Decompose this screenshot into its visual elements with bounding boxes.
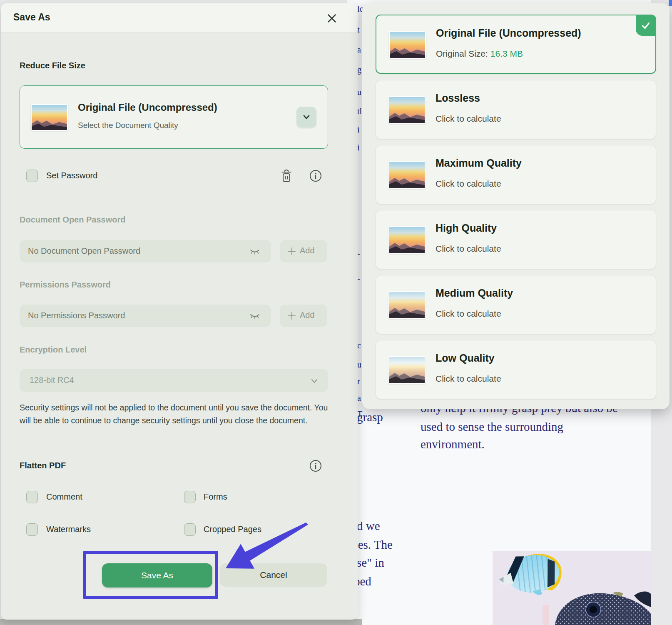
flatten-forms-label: Forms	[204, 492, 227, 502]
original-size-value: 16.3 MB	[490, 49, 523, 58]
flatten-forms-checkbox[interactable]	[184, 491, 196, 503]
add-button-label: Add	[300, 310, 315, 320]
flatten-watermarks-checkbox[interactable]	[26, 523, 38, 536]
quality-options-popup: Original File (Uncompressed) Original Si…	[362, 3, 670, 409]
encryption-level-select[interactable]: 128-bit RC4	[20, 369, 328, 392]
document-open-password-value: No Document Open Password	[28, 246, 140, 256]
quality-option-subtitle: Click to calculate	[436, 374, 501, 384]
pdf-fragment: d we	[357, 519, 380, 533]
quality-option-maximum[interactable]: Maximum Quality Click to calculate	[376, 145, 656, 204]
pdf-fragment: res. The	[354, 538, 393, 552]
flatten-pdf-heading: Flatten PDF	[20, 461, 66, 470]
trash-icon[interactable]	[279, 168, 294, 184]
flatten-comment-checkbox[interactable]	[26, 491, 38, 503]
add-open-password-button[interactable]: Add	[280, 240, 327, 262]
dialog-header	[1, 3, 358, 33]
permissions-password-label: Permissions Password	[20, 280, 111, 290]
quality-option-subtitle: Original Size: 16.3 MB	[436, 49, 523, 59]
security-note: Security settings will not be applied to…	[20, 401, 330, 427]
info-icon[interactable]	[309, 459, 322, 472]
annotation-arrow	[208, 517, 316, 575]
flatten-watermarks-label: Watermarks	[46, 525, 91, 534]
quality-option-medium[interactable]: Medium Quality Click to calculate	[376, 275, 656, 334]
quality-option-original[interactable]: Original File (Uncompressed) Original Si…	[376, 15, 656, 74]
quality-card-title: Original File (Uncompressed)	[78, 102, 217, 113]
quality-option-low[interactable]: Low Quality Click to calculate	[376, 340, 656, 399]
quality-thumbnail	[31, 104, 68, 131]
permissions-password-field[interactable]: No Permissions Password	[20, 305, 271, 327]
quality-option-subtitle: Click to calculate	[436, 179, 501, 189]
eye-closed-icon[interactable]	[249, 248, 261, 255]
flatten-cropped-pages-checkbox[interactable]	[184, 523, 196, 536]
quality-thumbnail	[389, 31, 426, 59]
quality-option-high[interactable]: High Quality Click to calculate	[376, 210, 656, 269]
window-edge	[0, 619, 362, 625]
encryption-level-label: Encryption Level	[20, 345, 87, 355]
quality-option-title: Maximum Quality	[436, 157, 522, 169]
quality-thumbnail	[388, 226, 426, 254]
flatten-comment-label: Comment	[46, 492, 82, 502]
quality-thumbnail	[388, 291, 426, 319]
quality-dropdown-button[interactable]	[296, 107, 316, 128]
chevron-down-icon	[310, 378, 319, 384]
fish-photo	[493, 551, 651, 625]
quality-thumbnail	[388, 161, 426, 189]
document-open-password-label: Document Open Password	[20, 215, 126, 225]
encryption-level-value: 128-bit RC4	[30, 375, 74, 385]
desktop-fragment	[669, 0, 672, 6]
screenshot-root: { "dialog": { "title": "Save As", "reduc…	[0, 0, 672, 625]
quality-option-title: High Quality	[436, 222, 497, 234]
chevron-down-icon	[301, 112, 312, 122]
close-icon[interactable]	[325, 11, 339, 25]
quality-option-title: Original File (Uncompressed)	[436, 27, 581, 39]
add-permissions-password-button[interactable]: Add	[280, 305, 327, 327]
plus-icon	[287, 311, 296, 320]
set-password-label: Set Password	[46, 171, 97, 180]
pdf-fragment: T	[357, 410, 363, 419]
selected-check-badge	[636, 15, 656, 36]
permissions-password-value: No Permissions Password	[28, 311, 125, 320]
plus-icon	[287, 247, 296, 256]
document-open-password-field[interactable]: No Document Open Password	[20, 240, 271, 262]
pdf-body-line: environment.	[421, 438, 485, 451]
divider	[20, 191, 328, 191]
quality-option-title: Lossless	[436, 92, 480, 104]
reduce-file-size-heading: Reduce File Size	[20, 61, 85, 70]
quality-card-subtitle: Select the Document Quality	[78, 121, 178, 130]
info-icon[interactable]	[309, 169, 322, 182]
quality-thumbnail	[388, 356, 426, 384]
set-password-checkbox[interactable]	[26, 170, 38, 182]
quality-option-subtitle: Click to calculate	[436, 244, 501, 254]
eye-closed-icon[interactable]	[249, 312, 261, 320]
quality-option-subtitle: Click to calculate	[436, 309, 501, 319]
pdf-body-line: used to sense the surrounding	[421, 420, 563, 434]
original-size-label: Original Size:	[436, 49, 490, 58]
add-button-label: Add	[300, 246, 315, 255]
dialog-title: Save As	[13, 12, 50, 23]
quality-thumbnail	[388, 96, 426, 124]
check-icon	[640, 20, 651, 31]
quality-option-title: Medium Quality	[436, 287, 513, 299]
quality-summary-card[interactable]: Original File (Uncompressed) Select the …	[20, 85, 328, 149]
quality-option-subtitle: Click to calculate	[436, 114, 501, 124]
pdf-fragment: se" in	[357, 556, 384, 570]
quality-option-lossless[interactable]: Lossless Click to calculate	[376, 80, 656, 139]
quality-option-title: Low Quality	[436, 352, 495, 364]
annotation-box	[83, 551, 218, 599]
